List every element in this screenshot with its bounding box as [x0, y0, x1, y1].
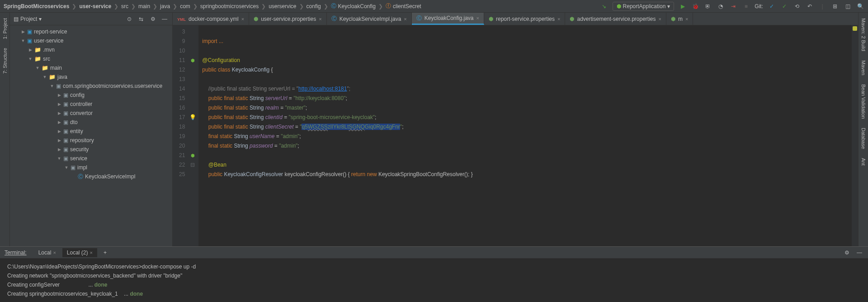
- tool-maven-build[interactable]: Maven: 2 Build: [861, 16, 866, 53]
- tree-item[interactable]: ▶▣convertor: [10, 109, 172, 118]
- tree-item[interactable]: ⒸKeycloakServiceImpl: [10, 172, 172, 181]
- stop-icon[interactable]: ■: [742, 2, 750, 10]
- expand-icon[interactable]: ▶: [28, 48, 33, 52]
- expand-icon[interactable]: ▼: [42, 75, 47, 79]
- breadcrumb-item[interactable]: main: [138, 3, 150, 10]
- editor-tab[interactable]: ⬢m×: [666, 13, 693, 25]
- expand-icon[interactable]: ▶: [57, 111, 61, 115]
- tree-item[interactable]: ▼📁java: [10, 72, 172, 81]
- expand-icon[interactable]: ▼: [21, 38, 25, 43]
- tree-item[interactable]: ▶▣controller: [10, 100, 172, 109]
- warning-marker[interactable]: [853, 26, 857, 31]
- collapse-region-icon[interactable]: ⊟: [190, 160, 195, 170]
- tree-item[interactable]: ▶▣repository: [10, 136, 172, 145]
- breadcrumb-item[interactable]: user-service: [79, 3, 111, 10]
- expand-icon[interactable]: ▶: [57, 138, 61, 143]
- breadcrumb-item[interactable]: config: [307, 3, 321, 10]
- close-icon[interactable]: ×: [319, 16, 321, 22]
- expand-icon[interactable]: ▶: [57, 93, 61, 97]
- tree-item[interactable]: ▶▣security: [10, 145, 172, 154]
- tree-item[interactable]: ▼▣com.springbootmicroservices.userservic…: [10, 81, 172, 91]
- breadcrumb-item[interactable]: Ⓒ KeycloakConfig: [331, 2, 376, 10]
- debug-icon[interactable]: 🐞: [691, 2, 699, 10]
- editor-tab[interactable]: ⬢advertisement-service.properties×: [565, 13, 666, 25]
- tool-database[interactable]: Database: [861, 126, 866, 151]
- update-icon[interactable]: ✓: [768, 2, 776, 10]
- terminal-output[interactable]: C:\Users\Noyan\IdeaProjects\SpringBootMi…: [0, 259, 868, 302]
- coverage-icon[interactable]: ⛨: [704, 2, 712, 10]
- error-stripe[interactable]: [852, 25, 858, 246]
- crosshair-icon[interactable]: ⊞: [831, 2, 839, 10]
- hide-icon[interactable]: —: [855, 249, 863, 257]
- close-icon[interactable]: ×: [476, 15, 479, 21]
- code-editor[interactable]: 391011121314151617181920212225 ⬢ 💡 ⬢ ⊟ i…: [173, 25, 858, 246]
- close-icon[interactable]: ×: [53, 250, 56, 255]
- tool-structure[interactable]: 7: Structure: [2, 46, 8, 76]
- run-icon[interactable]: ▶: [679, 2, 687, 10]
- tool-bean-validation[interactable]: Bean Validation: [861, 82, 866, 120]
- locate-icon[interactable]: ⊙: [125, 15, 133, 23]
- breadcrumb-item[interactable]: java: [160, 3, 170, 10]
- close-icon[interactable]: ×: [685, 16, 688, 22]
- rollback-icon[interactable]: ↶: [806, 2, 814, 10]
- attach-icon[interactable]: ⇥: [729, 2, 737, 10]
- expand-icon[interactable]: ▶: [57, 147, 61, 152]
- add-terminal-button[interactable]: +: [99, 248, 111, 257]
- tree-item[interactable]: ▼📁main: [10, 63, 172, 72]
- hide-icon[interactable]: —: [160, 15, 169, 23]
- expand-icon[interactable]: ◫: [844, 2, 852, 10]
- commit-icon[interactable]: ✓: [780, 2, 788, 10]
- tree-item[interactable]: ▶📁.mvn: [10, 45, 172, 54]
- close-icon[interactable]: ×: [90, 250, 93, 255]
- intention-bulb-icon[interactable]: 💡: [189, 113, 196, 122]
- spring-bean-icon[interactable]: ⬢: [191, 151, 195, 160]
- tool-ant[interactable]: Ant: [861, 156, 866, 168]
- close-icon[interactable]: ×: [241, 16, 244, 22]
- breadcrumb-item[interactable]: com: [180, 3, 190, 10]
- editor-tab[interactable]: ⬢report-service.properties×: [484, 13, 566, 25]
- history-icon[interactable]: ⟲: [793, 2, 801, 10]
- tree-item[interactable]: ▶▣entity: [10, 127, 172, 136]
- editor-tab[interactable]: YMLdocker-compose.yml×: [173, 13, 249, 25]
- terminal-tab[interactable]: Local ×: [34, 248, 61, 257]
- code-content[interactable]: import ... @Configuration public class K…: [198, 25, 852, 246]
- expand-icon[interactable]: ▶: [57, 129, 61, 134]
- gear-icon[interactable]: ⚙: [843, 249, 851, 257]
- breadcrumb-item[interactable]: springbootmicroservices: [200, 3, 259, 10]
- project-panel-title[interactable]: ▤ Project ▾: [14, 16, 122, 22]
- editor-tab[interactable]: ⒸKeycloakServiceImpl.java×: [327, 13, 412, 25]
- tree-item[interactable]: ▼▣service: [10, 154, 172, 163]
- project-tree[interactable]: ▶▣report-service▼▣user-service▶📁.mvn▼📁sr…: [10, 25, 172, 246]
- editor-tab[interactable]: ⒸKeycloakConfig.java×: [412, 13, 484, 25]
- expand-icon[interactable]: ▼: [50, 84, 54, 88]
- tool-maven[interactable]: Maven: [861, 58, 866, 77]
- tree-item[interactable]: ▼▣user-service: [10, 36, 172, 45]
- terminal-tab[interactable]: Local (2) ×: [62, 248, 97, 257]
- breadcrumb-item[interactable]: SpringBootMicroservices: [4, 3, 69, 10]
- gear-icon[interactable]: ⚙: [149, 15, 157, 23]
- collapse-icon[interactable]: ⇆: [137, 15, 145, 23]
- breadcrumb-item[interactable]: userservice: [269, 3, 296, 10]
- expand-icon[interactable]: ▼: [57, 156, 61, 161]
- expand-icon[interactable]: ▶: [57, 120, 61, 125]
- close-icon[interactable]: ×: [557, 16, 560, 22]
- expand-icon[interactable]: ▼: [64, 165, 69, 170]
- breadcrumb-item[interactable]: src: [121, 3, 128, 10]
- build-icon[interactable]: ↘: [600, 2, 608, 10]
- close-icon[interactable]: ×: [404, 16, 406, 22]
- tree-item[interactable]: ▶▣dto: [10, 118, 172, 127]
- run-config-selector[interactable]: ⬢ ReportApplication ▾: [613, 2, 675, 11]
- profile-icon[interactable]: ◔: [717, 2, 725, 10]
- expand-icon[interactable]: ▼: [35, 66, 40, 70]
- expand-icon[interactable]: ▶: [57, 102, 61, 106]
- spring-bean-icon[interactable]: ⬢: [191, 56, 195, 65]
- close-icon[interactable]: ×: [659, 16, 661, 22]
- editor-tab[interactable]: ⬢user-service.properties×: [249, 13, 326, 25]
- tree-item[interactable]: ▼📁src: [10, 54, 172, 63]
- breadcrumb-item[interactable]: ⓕ clientSecret: [386, 2, 421, 10]
- expand-icon[interactable]: ▶: [21, 29, 25, 34]
- tool-project[interactable]: 1: Project: [2, 16, 8, 41]
- expand-icon[interactable]: ▼: [28, 57, 33, 61]
- tree-item[interactable]: ▼▣impl: [10, 163, 172, 172]
- tree-item[interactable]: ▶▣report-service: [10, 27, 172, 36]
